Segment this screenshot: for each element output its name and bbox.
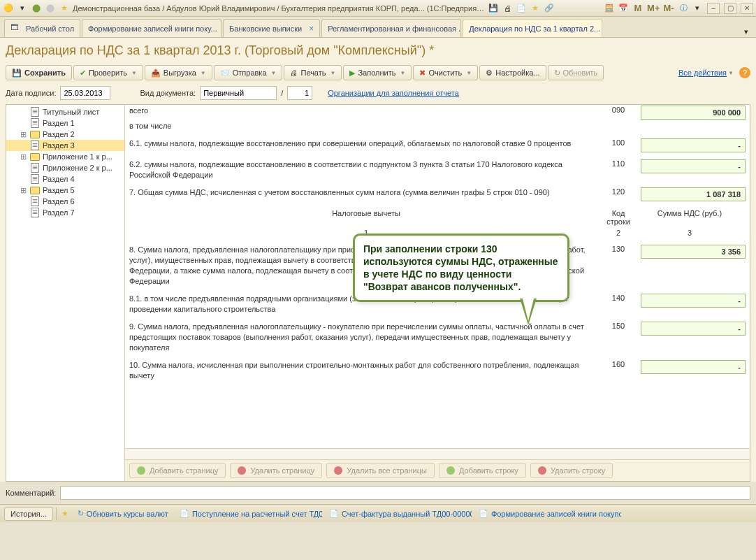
status-bar: История... ★ ↻Обновить курсы валют 📄Пост…	[0, 504, 756, 522]
document-icon	[30, 208, 40, 217]
mem-m[interactable]: M	[632, 2, 644, 15]
forward-icon[interactable]: ⬤	[45, 3, 56, 14]
desktop-icon: 🗔	[10, 23, 22, 34]
del-page-button[interactable]: Удалить страницу	[230, 463, 322, 478]
settings-button[interactable]: ⚙Настройка...	[479, 65, 546, 80]
tab-doc4[interactable]: Декларация по НДС за 1 квартал 2... ×	[463, 19, 602, 37]
row-value-cell: -	[634, 360, 746, 381]
value-input[interactable]: -	[641, 360, 746, 374]
form-row: 6.2. суммы налога, подлежащие восстановл…	[125, 159, 750, 181]
dropdown2-icon[interactable]: ▾	[692, 3, 703, 14]
back-icon[interactable]: ⬤	[31, 3, 42, 14]
fav-icon[interactable]: ★	[530, 3, 541, 14]
value-input[interactable]: -	[641, 294, 746, 308]
status-link-3[interactable]: 📄Формирование записей книги покупок ...	[474, 509, 621, 518]
calendar-icon[interactable]: 📅	[618, 3, 629, 14]
value-input[interactable]: 3 356	[641, 245, 746, 259]
callout-text: При заполнении строки 130 используются с…	[363, 243, 558, 292]
add-row-button[interactable]: Добавить строку	[439, 463, 526, 478]
value-input[interactable]: 1 087 318	[641, 187, 746, 201]
mem-mminus[interactable]: M-	[662, 2, 675, 15]
pageno-input[interactable]	[287, 86, 312, 100]
help-icon[interactable]: ?	[739, 67, 750, 78]
tab-doc2[interactable]: Банковские выписки ×	[223, 19, 320, 37]
row-description: 6.2. суммы налога, подлежащие восстановл…	[129, 159, 603, 180]
tree-node[interactable]: ⊞Приложение 1 к р...	[6, 151, 124, 162]
gear-icon: ⚙	[486, 69, 493, 78]
status-link-2[interactable]: 📄Счет-фактура выданный ТД00-0000004 о...	[325, 509, 472, 518]
send-button[interactable]: 📨Отправка▼	[214, 65, 283, 80]
info-icon[interactable]: ⓘ	[678, 3, 689, 14]
tab-label: Банковские выписки	[229, 24, 302, 33]
tree-label: Раздел 3	[43, 141, 75, 150]
date-input[interactable]	[60, 86, 110, 100]
window-title: Демонстрационная база / Абдулов Юрий Вла…	[73, 4, 485, 13]
tree-node[interactable]: Раздел 3	[6, 140, 124, 151]
play-icon: ▶	[349, 69, 355, 78]
print-button[interactable]: 🖨Печать▼	[284, 65, 342, 80]
tab-label: Декларация по НДС за 1 квартал 2...	[469, 24, 600, 33]
tree-label: Раздел 1	[43, 119, 75, 127]
page-actions: Добавить страницу Удалить страницу Удали…	[125, 459, 750, 481]
folder-icon	[30, 129, 40, 139]
clear-button[interactable]: ✖Очистить▼	[413, 65, 478, 80]
status-link-1[interactable]: 📄Поступление на расчетный счет ТД0...	[175, 509, 322, 518]
tab-doc1[interactable]: Формирование записей книги поку... ×	[82, 19, 221, 37]
tree-node[interactable]: Раздел 1	[6, 117, 124, 129]
tree-node[interactable]: Раздел 6	[6, 196, 124, 207]
tree-node[interactable]: Раздел 4	[6, 173, 124, 185]
tabs-menu-icon[interactable]: ▾	[741, 26, 752, 37]
tree-node[interactable]: ⊞Раздел 2	[6, 129, 124, 140]
value-input[interactable]: 900 000	[641, 106, 746, 120]
doctype-input[interactable]	[200, 86, 277, 100]
print-icon: 🖨	[290, 69, 298, 77]
refresh-icon: ↻	[554, 69, 560, 78]
tab-doc3[interactable]: Регламентированная и финансовая ... ×	[321, 19, 461, 37]
close-icon[interactable]: ×	[309, 24, 314, 34]
tree-node[interactable]: Приложение 2 к р...	[6, 162, 124, 173]
save-button[interactable]: 💾Сохранить	[6, 65, 72, 80]
close-button[interactable]: ✕	[741, 3, 753, 14]
value-input[interactable]: -	[641, 159, 746, 173]
save-icon[interactable]: 💾	[488, 3, 499, 14]
export-button[interactable]: 📤Выгрузка▼	[145, 65, 212, 80]
tree-node[interactable]: Раздел 7	[6, 207, 124, 218]
clear-icon: ✖	[419, 69, 426, 78]
fill-button[interactable]: ▶Заполнить▼	[343, 65, 412, 80]
minimize-button[interactable]: –	[707, 3, 720, 14]
tree-label: Титульный лист	[43, 108, 99, 116]
maximize-button[interactable]: ▢	[724, 3, 736, 14]
expand-icon[interactable]: ⊞	[19, 186, 27, 195]
expand-icon[interactable]: ⊞	[19, 152, 27, 161]
doc-icon[interactable]: 📄	[516, 3, 527, 14]
dropdown-icon[interactable]: ▾	[17, 3, 28, 14]
history-button[interactable]: История...	[4, 507, 53, 521]
date-label: Дата подписи:	[6, 89, 56, 97]
expand-icon[interactable]: ⊞	[19, 130, 27, 139]
tree-node[interactable]: ⊞Раздел 5	[6, 185, 124, 196]
app-icon: 🟡	[3, 3, 14, 14]
folder-icon	[30, 185, 40, 195]
del-all-pages-button[interactable]: Удалить все страницы	[326, 463, 435, 478]
org-link[interactable]: Организации для заполнения отчета	[328, 89, 459, 97]
star-icon[interactable]: ★	[59, 3, 70, 14]
tab-desktop[interactable]: 🗔 Рабочий стол	[4, 19, 80, 37]
link-icon[interactable]: 🔗	[544, 3, 555, 14]
folder-icon	[30, 152, 40, 161]
print-icon[interactable]: 🖨	[502, 3, 513, 14]
value-input[interactable]: -	[641, 138, 746, 152]
value-input[interactable]: -	[641, 322, 746, 336]
comment-input[interactable]	[60, 486, 750, 500]
horizontal-scrollbar[interactable]	[125, 448, 750, 459]
fav-status-icon[interactable]: ★	[59, 508, 71, 519]
calc-icon[interactable]: 🧮	[604, 3, 615, 14]
row-code: 150	[603, 322, 634, 353]
mem-mplus[interactable]: M+	[647, 2, 660, 15]
add-page-button[interactable]: Добавить страницу	[129, 463, 226, 478]
del-row-button[interactable]: Удалить строку	[530, 463, 613, 478]
refresh-button[interactable]: ↻Обновить	[548, 65, 604, 80]
all-actions-link[interactable]: Все действия	[678, 69, 727, 77]
status-link-0[interactable]: ↻Обновить курсы валют	[73, 509, 173, 518]
check-button[interactable]: ✔Проверить▼	[73, 65, 143, 80]
tree-node[interactable]: Титульный лист	[6, 106, 124, 117]
